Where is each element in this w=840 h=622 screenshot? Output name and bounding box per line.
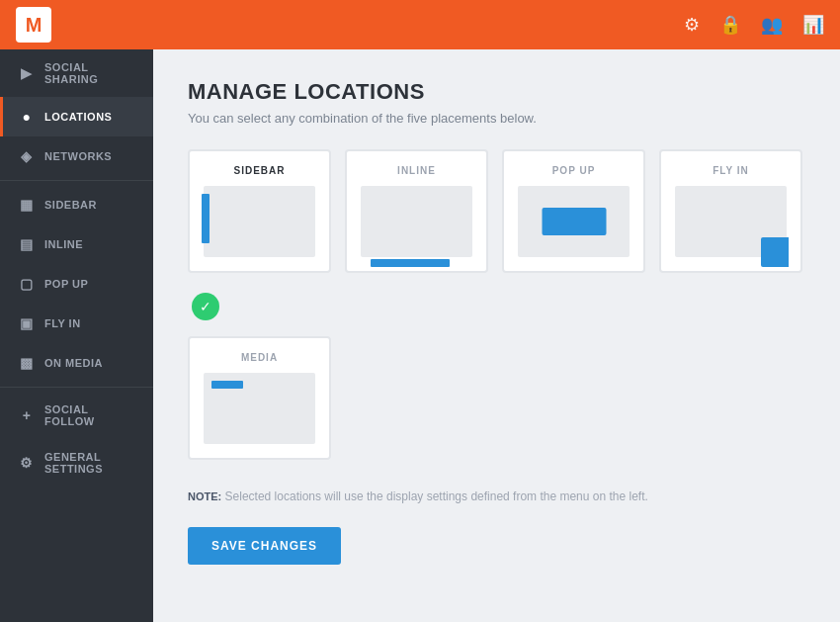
sidebar-item-inline[interactable]: ▤ Inline: [0, 224, 153, 264]
main-layout: ▶ Social Sharing ● Locations ◈ Networks …: [0, 49, 840, 622]
gear-icon[interactable]: ⚙: [684, 14, 700, 36]
on-media-icon: ▩: [19, 355, 35, 371]
inline-icon: ▤: [19, 236, 35, 252]
card-label-inline: INLINE: [361, 165, 472, 176]
sidebar-item-locations[interactable]: ● Locations: [0, 97, 153, 136]
sidebar-item-label: Social Follow: [44, 403, 137, 427]
sidebar-item-social-sharing[interactable]: ▶ Social Sharing: [0, 49, 153, 97]
location-card-media[interactable]: MEDIA: [188, 336, 331, 460]
general-settings-icon: ⚙: [19, 455, 35, 471]
card-preview-flyin: [675, 186, 787, 257]
divider-2: [0, 387, 153, 388]
sidebar-item-label: Fly In: [44, 317, 81, 329]
save-changes-button[interactable]: SAVE CHANGES: [188, 527, 341, 565]
sidebar-item-label: Locations: [44, 111, 112, 123]
divider: [0, 180, 153, 181]
sidebar-item-label: Sidebar: [44, 199, 97, 211]
popup-icon: ▢: [19, 276, 35, 292]
sidebar-item-popup[interactable]: ▢ Pop Up: [0, 264, 153, 304]
chart-icon[interactable]: 📊: [802, 14, 824, 36]
social-follow-icon: +: [19, 407, 35, 423]
content-area: MANAGE LOCATIONS You can select any comb…: [153, 49, 840, 622]
social-sharing-icon: ▶: [19, 65, 35, 81]
sidebar-item-flyin[interactable]: ▣ Fly In: [0, 304, 153, 343]
users-icon[interactable]: 👥: [761, 14, 783, 36]
card-label-popup: POP UP: [518, 165, 630, 176]
flyin-icon: ▣: [19, 315, 35, 331]
media-bar: [211, 381, 243, 389]
sidebar-item-networks[interactable]: ◈ Networks: [0, 136, 153, 176]
sidebar-item-general-settings[interactable]: ⚙ General Settings: [0, 439, 153, 487]
sidebar-bar: [202, 194, 210, 243]
networks-icon: ◈: [19, 148, 35, 164]
popup-box: [542, 208, 606, 235]
inline-bar: [371, 259, 450, 267]
logo: M: [16, 7, 51, 43]
sidebar-item-label: Social Sharing: [44, 61, 137, 85]
location-card-sidebar[interactable]: SIDEBAR: [188, 149, 331, 273]
card-preview-popup: [518, 186, 630, 257]
sidebar-item-label: Inline: [44, 238, 83, 250]
check-container: ✓: [192, 293, 805, 320]
card-label-media: MEDIA: [204, 352, 315, 363]
card-preview-sidebar: [204, 186, 315, 257]
topbar-icons: ⚙ 🔒 👥 📊: [684, 14, 824, 36]
page-subtitle: You can select any combination of the fi…: [188, 111, 805, 126]
sidebar-item-label: Pop Up: [44, 278, 88, 290]
note-area: NOTE: Selected locations will use the di…: [188, 489, 805, 503]
sidebar-item-social-follow[interactable]: + Social Follow: [0, 392, 153, 439]
page-title: MANAGE LOCATIONS: [188, 79, 805, 105]
flyin-box: [761, 237, 789, 267]
cards-row-top: SIDEBAR INLINE POP UP F: [188, 149, 805, 273]
card-label-flyin: FLY IN: [675, 165, 787, 176]
sidebar-icon: ▦: [19, 197, 35, 213]
location-card-inline[interactable]: INLINE: [345, 149, 488, 273]
card-label-sidebar: SIDEBAR: [204, 165, 315, 176]
card-preview-inline: [361, 186, 472, 257]
checkmark-icon: ✓: [192, 293, 219, 320]
note-text: Selected locations will use the display …: [225, 489, 648, 503]
sidebar-item-label: General Settings: [44, 451, 137, 475]
note-label: NOTE:: [188, 490, 221, 502]
location-card-flyin[interactable]: FLY IN: [659, 149, 802, 273]
sidebar-item-label: On Media: [44, 357, 103, 369]
lock-icon[interactable]: 🔒: [719, 14, 741, 36]
sidebar-item-sidebar[interactable]: ▦ Sidebar: [0, 185, 153, 224]
sidebar-item-on-media[interactable]: ▩ On Media: [0, 343, 153, 383]
locations-icon: ●: [19, 109, 35, 125]
cards-row-media: MEDIA: [188, 336, 805, 460]
sidebar-item-label: Networks: [44, 150, 112, 162]
location-card-popup[interactable]: POP UP: [502, 149, 645, 273]
card-preview-media: [204, 373, 315, 444]
topbar: M ⚙ 🔒 👥 📊: [0, 0, 840, 49]
sidebar: ▶ Social Sharing ● Locations ◈ Networks …: [0, 49, 153, 622]
